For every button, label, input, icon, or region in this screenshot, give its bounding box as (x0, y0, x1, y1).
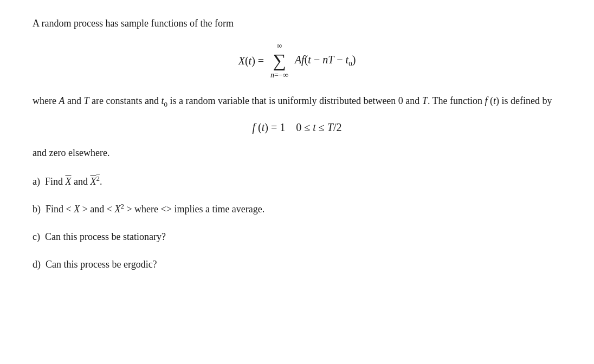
question-c: c) Can this process be stationary? (33, 229, 561, 245)
question-c-label: c) (33, 231, 42, 242)
formula-lhs: X(t) = (238, 53, 264, 68)
question-a-text: Find X and X2. (45, 176, 102, 187)
question-b-text: Find < X > and < X2 > where <> implies a… (46, 204, 264, 214)
question-b: b) Find < X > and < X2 > where <> implie… (33, 201, 561, 217)
intro-paragraph: A random process has sample functions of… (33, 16, 561, 31)
definition-formula: f (t) = 1 0 ≤ t ≤ T/2 (253, 121, 342, 133)
formula-rhs: Af(t − nT − t0) (295, 52, 356, 69)
main-formula-block: X(t) = ∞ ∑ n=−∞ Af(t − nT − t0) (33, 41, 561, 80)
sigma-upper-limit: ∞ (276, 41, 282, 51)
summation-symbol: ∞ ∑ n=−∞ (270, 41, 288, 80)
main-formula: X(t) = ∞ ∑ n=−∞ Af(t − nT − t0) (238, 41, 356, 80)
and-zero-text: and zero elsewhere. (33, 147, 109, 158)
definition-formula-block: f (t) = 1 0 ≤ t ≤ T/2 (33, 121, 561, 134)
question-d-text: Can this process be ergodic? (46, 259, 157, 270)
description-paragraph: where A and T are constants and t0 is a … (33, 93, 561, 110)
question-d: d) Can this process be ergodic? (33, 257, 561, 272)
question-c-text: Can this process be stationary? (45, 231, 166, 242)
and-zero-paragraph: and zero elsewhere. (33, 146, 561, 160)
intro-text: A random process has sample functions of… (33, 18, 234, 29)
sigma-glyph: ∑ (273, 51, 286, 70)
question-b-label: b) (33, 204, 43, 214)
question-a-label: a) (33, 176, 42, 187)
question-d-label: d) (33, 259, 43, 270)
question-a: a) Find X and X2. (33, 173, 561, 190)
page-content: A random process has sample functions of… (33, 16, 561, 272)
sigma-lower-limit: n=−∞ (270, 70, 288, 81)
